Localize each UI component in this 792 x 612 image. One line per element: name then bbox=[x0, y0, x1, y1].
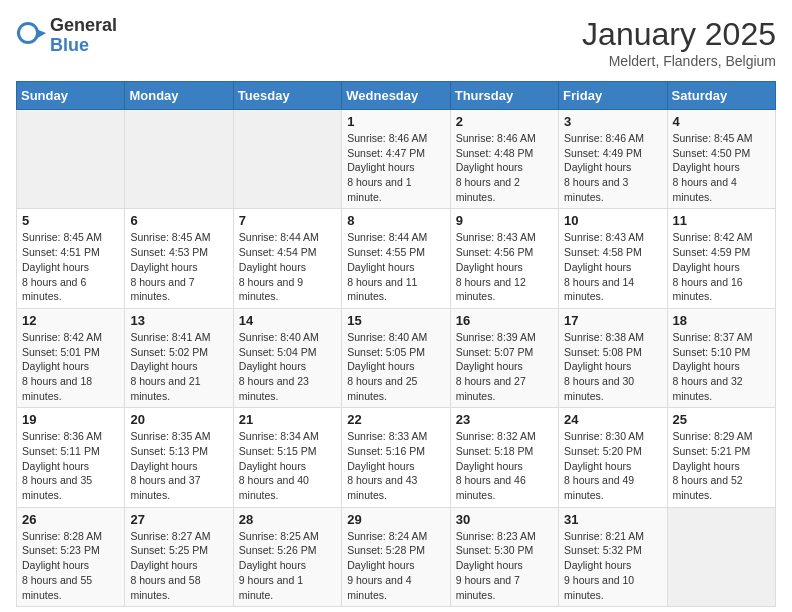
day-info: Sunrise: 8:42 AMSunset: 5:01 PMDaylight … bbox=[22, 330, 119, 403]
calendar-cell: 2Sunrise: 8:46 AMSunset: 4:48 PMDaylight… bbox=[450, 110, 558, 209]
logo-text: General Blue bbox=[50, 16, 117, 56]
calendar-cell bbox=[125, 110, 233, 209]
day-number: 13 bbox=[130, 313, 227, 328]
day-info: Sunrise: 8:40 AMSunset: 5:04 PMDaylight … bbox=[239, 330, 336, 403]
calendar-cell: 5Sunrise: 8:45 AMSunset: 4:51 PMDaylight… bbox=[17, 209, 125, 308]
day-info: Sunrise: 8:25 AMSunset: 5:26 PMDaylight … bbox=[239, 529, 336, 602]
day-info: Sunrise: 8:36 AMSunset: 5:11 PMDaylight … bbox=[22, 429, 119, 502]
calendar-cell: 19Sunrise: 8:36 AMSunset: 5:11 PMDayligh… bbox=[17, 408, 125, 507]
calendar-cell: 11Sunrise: 8:42 AMSunset: 4:59 PMDayligh… bbox=[667, 209, 775, 308]
calendar-week-row: 12Sunrise: 8:42 AMSunset: 5:01 PMDayligh… bbox=[17, 308, 776, 407]
day-info: Sunrise: 8:46 AMSunset: 4:48 PMDaylight … bbox=[456, 131, 553, 204]
calendar-cell: 8Sunrise: 8:44 AMSunset: 4:55 PMDaylight… bbox=[342, 209, 450, 308]
day-info: Sunrise: 8:41 AMSunset: 5:02 PMDaylight … bbox=[130, 330, 227, 403]
day-info: Sunrise: 8:21 AMSunset: 5:32 PMDaylight … bbox=[564, 529, 661, 602]
calendar-cell: 25Sunrise: 8:29 AMSunset: 5:21 PMDayligh… bbox=[667, 408, 775, 507]
day-number: 26 bbox=[22, 512, 119, 527]
logo-blue: Blue bbox=[50, 36, 117, 56]
day-number: 15 bbox=[347, 313, 444, 328]
day-number: 18 bbox=[673, 313, 770, 328]
day-info: Sunrise: 8:38 AMSunset: 5:08 PMDaylight … bbox=[564, 330, 661, 403]
calendar-cell: 22Sunrise: 8:33 AMSunset: 5:16 PMDayligh… bbox=[342, 408, 450, 507]
calendar-cell: 15Sunrise: 8:40 AMSunset: 5:05 PMDayligh… bbox=[342, 308, 450, 407]
calendar-cell: 28Sunrise: 8:25 AMSunset: 5:26 PMDayligh… bbox=[233, 507, 341, 606]
day-info: Sunrise: 8:23 AMSunset: 5:30 PMDaylight … bbox=[456, 529, 553, 602]
calendar-week-row: 5Sunrise: 8:45 AMSunset: 4:51 PMDaylight… bbox=[17, 209, 776, 308]
day-number: 11 bbox=[673, 213, 770, 228]
day-number: 21 bbox=[239, 412, 336, 427]
day-number: 2 bbox=[456, 114, 553, 129]
logo: General Blue bbox=[16, 16, 117, 56]
day-number: 31 bbox=[564, 512, 661, 527]
day-number: 16 bbox=[456, 313, 553, 328]
day-number: 14 bbox=[239, 313, 336, 328]
day-info: Sunrise: 8:45 AMSunset: 4:51 PMDaylight … bbox=[22, 230, 119, 303]
weekday-header-saturday: Saturday bbox=[667, 82, 775, 110]
day-number: 27 bbox=[130, 512, 227, 527]
weekday-header-wednesday: Wednesday bbox=[342, 82, 450, 110]
day-info: Sunrise: 8:34 AMSunset: 5:15 PMDaylight … bbox=[239, 429, 336, 502]
calendar-cell bbox=[233, 110, 341, 209]
page-header: General Blue January 2025 Meldert, Fland… bbox=[16, 16, 776, 69]
calendar-cell: 6Sunrise: 8:45 AMSunset: 4:53 PMDaylight… bbox=[125, 209, 233, 308]
day-info: Sunrise: 8:46 AMSunset: 4:49 PMDaylight … bbox=[564, 131, 661, 204]
day-info: Sunrise: 8:42 AMSunset: 4:59 PMDaylight … bbox=[673, 230, 770, 303]
day-number: 3 bbox=[564, 114, 661, 129]
calendar-cell: 3Sunrise: 8:46 AMSunset: 4:49 PMDaylight… bbox=[559, 110, 667, 209]
calendar-cell: 18Sunrise: 8:37 AMSunset: 5:10 PMDayligh… bbox=[667, 308, 775, 407]
day-info: Sunrise: 8:45 AMSunset: 4:50 PMDaylight … bbox=[673, 131, 770, 204]
calendar-cell bbox=[17, 110, 125, 209]
calendar-week-row: 1Sunrise: 8:46 AMSunset: 4:47 PMDaylight… bbox=[17, 110, 776, 209]
svg-point-1 bbox=[20, 25, 36, 41]
day-info: Sunrise: 8:24 AMSunset: 5:28 PMDaylight … bbox=[347, 529, 444, 602]
calendar-week-row: 26Sunrise: 8:28 AMSunset: 5:23 PMDayligh… bbox=[17, 507, 776, 606]
logo-general: General bbox=[50, 16, 117, 36]
calendar-cell: 21Sunrise: 8:34 AMSunset: 5:15 PMDayligh… bbox=[233, 408, 341, 507]
day-number: 8 bbox=[347, 213, 444, 228]
calendar-cell: 13Sunrise: 8:41 AMSunset: 5:02 PMDayligh… bbox=[125, 308, 233, 407]
calendar-cell bbox=[667, 507, 775, 606]
day-info: Sunrise: 8:43 AMSunset: 4:58 PMDaylight … bbox=[564, 230, 661, 303]
weekday-header-monday: Monday bbox=[125, 82, 233, 110]
day-info: Sunrise: 8:45 AMSunset: 4:53 PMDaylight … bbox=[130, 230, 227, 303]
day-number: 7 bbox=[239, 213, 336, 228]
logo-icon bbox=[16, 21, 46, 51]
weekday-header-thursday: Thursday bbox=[450, 82, 558, 110]
day-info: Sunrise: 8:46 AMSunset: 4:47 PMDaylight … bbox=[347, 131, 444, 204]
calendar-cell: 29Sunrise: 8:24 AMSunset: 5:28 PMDayligh… bbox=[342, 507, 450, 606]
month-title: January 2025 bbox=[582, 16, 776, 53]
day-info: Sunrise: 8:28 AMSunset: 5:23 PMDaylight … bbox=[22, 529, 119, 602]
day-info: Sunrise: 8:39 AMSunset: 5:07 PMDaylight … bbox=[456, 330, 553, 403]
day-info: Sunrise: 8:43 AMSunset: 4:56 PMDaylight … bbox=[456, 230, 553, 303]
day-number: 6 bbox=[130, 213, 227, 228]
calendar-cell: 31Sunrise: 8:21 AMSunset: 5:32 PMDayligh… bbox=[559, 507, 667, 606]
title-section: January 2025 Meldert, Flanders, Belgium bbox=[582, 16, 776, 69]
day-info: Sunrise: 8:27 AMSunset: 5:25 PMDaylight … bbox=[130, 529, 227, 602]
day-number: 17 bbox=[564, 313, 661, 328]
weekday-header-sunday: Sunday bbox=[17, 82, 125, 110]
weekday-header-friday: Friday bbox=[559, 82, 667, 110]
day-info: Sunrise: 8:40 AMSunset: 5:05 PMDaylight … bbox=[347, 330, 444, 403]
day-number: 10 bbox=[564, 213, 661, 228]
day-number: 1 bbox=[347, 114, 444, 129]
calendar-cell: 14Sunrise: 8:40 AMSunset: 5:04 PMDayligh… bbox=[233, 308, 341, 407]
day-number: 23 bbox=[456, 412, 553, 427]
calendar-cell: 9Sunrise: 8:43 AMSunset: 4:56 PMDaylight… bbox=[450, 209, 558, 308]
calendar-week-row: 19Sunrise: 8:36 AMSunset: 5:11 PMDayligh… bbox=[17, 408, 776, 507]
day-info: Sunrise: 8:29 AMSunset: 5:21 PMDaylight … bbox=[673, 429, 770, 502]
day-number: 5 bbox=[22, 213, 119, 228]
day-info: Sunrise: 8:35 AMSunset: 5:13 PMDaylight … bbox=[130, 429, 227, 502]
day-number: 12 bbox=[22, 313, 119, 328]
day-info: Sunrise: 8:33 AMSunset: 5:16 PMDaylight … bbox=[347, 429, 444, 502]
calendar-cell: 1Sunrise: 8:46 AMSunset: 4:47 PMDaylight… bbox=[342, 110, 450, 209]
day-info: Sunrise: 8:32 AMSunset: 5:18 PMDaylight … bbox=[456, 429, 553, 502]
calendar-cell: 26Sunrise: 8:28 AMSunset: 5:23 PMDayligh… bbox=[17, 507, 125, 606]
day-number: 29 bbox=[347, 512, 444, 527]
day-number: 9 bbox=[456, 213, 553, 228]
day-number: 20 bbox=[130, 412, 227, 427]
calendar-cell: 23Sunrise: 8:32 AMSunset: 5:18 PMDayligh… bbox=[450, 408, 558, 507]
calendar-table: SundayMondayTuesdayWednesdayThursdayFrid… bbox=[16, 81, 776, 607]
weekday-header-tuesday: Tuesday bbox=[233, 82, 341, 110]
calendar-cell: 20Sunrise: 8:35 AMSunset: 5:13 PMDayligh… bbox=[125, 408, 233, 507]
day-info: Sunrise: 8:37 AMSunset: 5:10 PMDaylight … bbox=[673, 330, 770, 403]
